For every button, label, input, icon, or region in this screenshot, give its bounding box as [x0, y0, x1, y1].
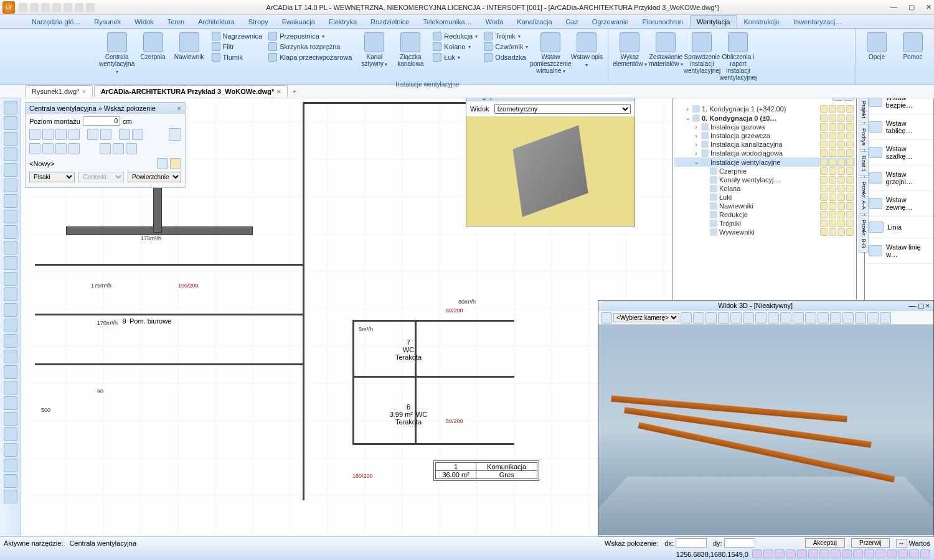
view3d-viewport[interactable]: [598, 325, 933, 535]
color-icon[interactable]: [846, 211, 854, 218]
left-tool-icon[interactable]: [4, 427, 17, 441]
dy-input[interactable]: [724, 538, 755, 548]
ribbon-tab[interactable]: Inwentaryzacj…: [786, 15, 849, 28]
left-tool-icon[interactable]: [4, 459, 17, 472]
snap-icon[interactable]: [875, 549, 885, 558]
align-icon[interactable]: [55, 129, 67, 140]
lock-icon[interactable]: [829, 105, 836, 113]
lock-icon[interactable]: [829, 228, 836, 236]
ribbon-tab[interactable]: Telekomunika…: [416, 15, 478, 28]
ribbon-small-button[interactable]: Czwórnik: [483, 42, 529, 52]
close-icon[interactable]: ×: [926, 302, 930, 309]
document-tab[interactable]: Rysunek1.dwg*×: [25, 85, 93, 97]
ribbon-button[interactable]: Pomoc: [895, 30, 930, 83]
ribbon-tab[interactable]: Stropy: [242, 15, 275, 28]
left-tool-icon[interactable]: [4, 225, 17, 239]
minimize-button[interactable]: —: [890, 3, 897, 11]
lock-icon[interactable]: [829, 123, 836, 131]
bulb-icon[interactable]: [820, 167, 828, 175]
close-icon[interactable]: ×: [177, 105, 181, 112]
ribbon-small-button[interactable]: Redukcja: [432, 31, 479, 41]
bulb-icon[interactable]: [820, 220, 828, 227]
left-tool-icon[interactable]: [4, 350, 17, 363]
ribbon-tab[interactable]: Elektryka: [322, 15, 364, 28]
side-tab[interactable]: Przekr. A-A: [859, 177, 869, 214]
print-icon[interactable]: [837, 228, 845, 236]
snap-icon[interactable]: [775, 549, 785, 558]
left-tool-icon[interactable]: [4, 210, 17, 223]
left-tool-icon[interactable]: [4, 116, 17, 130]
tool-icon[interactable]: [867, 312, 879, 324]
minimize-icon[interactable]: —: [908, 302, 915, 309]
snap-icon[interactable]: [920, 549, 930, 558]
tool-icon[interactable]: [842, 312, 854, 324]
print-icon[interactable]: [837, 149, 845, 157]
close-tab-icon[interactable]: ×: [276, 88, 280, 95]
ribbon-button[interactable]: Zestawienie materiałów: [648, 30, 683, 81]
filter-icon[interactable]: [833, 98, 842, 101]
tool-icon[interactable]: [693, 312, 704, 324]
snap-icon[interactable]: [842, 549, 852, 558]
snap-icon[interactable]: [864, 549, 874, 558]
ribbon-button[interactable]: Wstaw pomieszczenie wirtualne: [533, 30, 568, 81]
color-icon[interactable]: [846, 202, 854, 210]
qat-more-icon[interactable]: [86, 3, 95, 12]
color-icon[interactable]: [846, 123, 854, 131]
ribbon-tab[interactable]: Gaz: [559, 15, 585, 28]
tool-icon[interactable]: [855, 312, 866, 324]
bulb-icon[interactable]: [820, 194, 828, 201]
tree-node[interactable]: Nawiewniki: [674, 202, 855, 210]
left-tool-icon[interactable]: [4, 101, 17, 114]
bulb-icon[interactable]: [820, 211, 828, 218]
color-icon[interactable]: [846, 176, 854, 184]
left-tool-icon[interactable]: [4, 287, 17, 301]
bulb-icon[interactable]: [820, 123, 828, 131]
pens-select[interactable]: Pisaki: [29, 172, 75, 182]
color-icon[interactable]: [846, 228, 854, 236]
ribbon-small-button[interactable]: Skrzynka rozprężna: [267, 42, 353, 52]
align-icon[interactable]: [68, 129, 80, 140]
ribbon-button[interactable]: Nawiewnik: [172, 30, 207, 81]
tree-node[interactable]: Trójniki: [674, 219, 855, 228]
lock-icon[interactable]: [829, 114, 836, 122]
left-tool-icon[interactable]: [4, 381, 17, 394]
left-tool-icon[interactable]: [4, 490, 17, 503]
ribbon-button[interactable]: Czerpnia: [136, 30, 171, 81]
lock-icon[interactable]: [829, 211, 836, 218]
snap-icon[interactable]: [763, 549, 773, 558]
snap-icon[interactable]: [853, 549, 863, 558]
print-icon[interactable]: [837, 202, 845, 210]
lock-icon[interactable]: [829, 141, 836, 148]
print-icon[interactable]: [837, 194, 845, 201]
ribbon-tab[interactable]: Konstrukcje: [737, 15, 786, 28]
save-style-icon[interactable]: [157, 158, 168, 169]
left-tool-icon[interactable]: [4, 163, 17, 177]
tool-icon[interactable]: [705, 312, 717, 324]
color-icon[interactable]: [846, 159, 854, 166]
lock-icon[interactable]: [829, 159, 836, 166]
tree-node[interactable]: ›Instalacja kanalizacyjna: [674, 140, 855, 149]
gear-icon[interactable]: [169, 128, 181, 141]
tree-node[interactable]: Wywiewniki: [674, 228, 855, 236]
print-icon[interactable]: [837, 167, 845, 175]
fonts-select[interactable]: Czcionki: [78, 172, 124, 182]
ribbon-small-button[interactable]: Przepustnica: [267, 31, 353, 41]
dx-input[interactable]: [676, 538, 707, 548]
ribbon-small-button[interactable]: Tłumik: [210, 52, 264, 62]
ref-icon[interactable]: [100, 129, 111, 140]
document-tab[interactable]: ArCADia-ARCHITEKTURA Przykład 3_WoKOWe.d…: [94, 85, 288, 97]
tree-node[interactable]: ›Instalacja gazowa: [674, 123, 855, 131]
tool-icon[interactable]: [780, 312, 791, 324]
snap-icon[interactable]: [752, 549, 762, 558]
maximize-icon[interactable]: ▢: [918, 302, 924, 309]
ribbon-button[interactable]: Kanał sztywny: [357, 30, 392, 81]
bulb-icon[interactable]: [820, 185, 828, 192]
smart-item[interactable]: Wstaw grzejni…: [865, 166, 933, 191]
ribbon-tab[interactable]: Wentylacja: [690, 15, 737, 28]
mount-input[interactable]: [83, 116, 120, 126]
tool-icon[interactable]: [793, 312, 804, 324]
ribbon-tab[interactable]: Woda: [479, 15, 511, 28]
lock-icon[interactable]: [829, 194, 836, 201]
tool-icon[interactable]: [119, 129, 130, 140]
align-icon[interactable]: [42, 143, 54, 154]
